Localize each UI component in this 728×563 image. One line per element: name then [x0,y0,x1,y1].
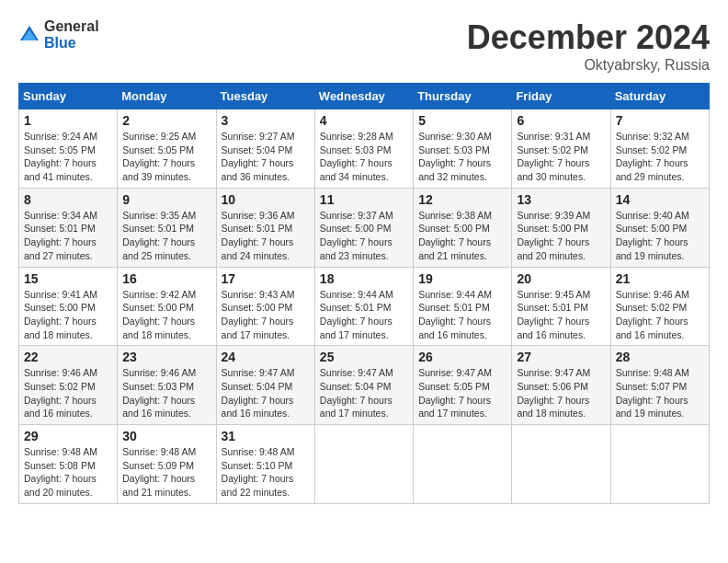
sunrise-label: Sunrise: 9:48 AM [222,446,295,457]
day-number: 8 [24,192,112,207]
day-info: Sunrise: 9:35 AM Sunset: 5:01 PM Dayligh… [122,209,210,263]
day-info: Sunrise: 9:47 AM Sunset: 5:06 PM Dayligh… [517,366,605,420]
calendar-cell: 20 Sunrise: 9:45 AM Sunset: 5:01 PM Dayl… [512,267,610,346]
sunset-label: Sunset: 5:04 PM [222,381,293,392]
calendar-cell: 2 Sunrise: 9:25 AM Sunset: 5:05 PM Dayli… [118,109,216,189]
day-number: 3 [222,113,310,128]
day-info: Sunrise: 9:34 AM Sunset: 5:01 PM Dayligh… [24,209,112,263]
sunset-label: Sunset: 5:10 PM [222,460,293,471]
daylight-label: Daylight: 7 hours [320,157,392,168]
day-info: Sunrise: 9:37 AM Sunset: 5:00 PM Dayligh… [320,209,408,263]
calendar-cell: 28 Sunrise: 9:48 AM Sunset: 5:07 PM Dayl… [610,346,709,425]
daylight-label: Daylight: 7 hours [418,316,491,327]
day-info: Sunrise: 9:25 AM Sunset: 5:05 PM Dayligh… [122,130,210,184]
daylight-minutes: and 27 minutes. [24,250,93,261]
day-info: Sunrise: 9:42 AM Sunset: 5:00 PM Dayligh… [122,288,210,342]
calendar-cell: 29 Sunrise: 9:48 AM Sunset: 5:08 PM Dayl… [19,425,118,504]
sunrise-label: Sunrise: 9:38 AM [418,210,492,221]
calendar-cell: 13 Sunrise: 9:39 AM Sunset: 5:00 PM Dayl… [512,188,610,267]
calendar-cell: 15 Sunrise: 9:41 AM Sunset: 5:00 PM Dayl… [19,267,118,346]
daylight-minutes: and 32 minutes. [418,171,487,182]
daylight-minutes: and 17 minutes. [320,329,389,340]
day-number: 21 [616,271,704,286]
sunrise-label: Sunrise: 9:47 AM [418,367,492,378]
daylight-minutes: and 18 minutes. [122,329,191,340]
daylight-label: Daylight: 7 hours [222,395,294,406]
calendar-cell [512,425,610,504]
calendar-cell [610,425,709,504]
day-info: Sunrise: 9:47 AM Sunset: 5:04 PM Dayligh… [222,366,310,420]
col-tuesday: Tuesday [216,84,314,109]
sunrise-label: Sunrise: 9:37 AM [320,210,393,221]
sunrise-label: Sunrise: 9:48 AM [616,367,689,378]
calendar-cell: 19 Sunrise: 9:44 AM Sunset: 5:01 PM Dayl… [414,267,512,346]
day-number: 23 [122,350,210,364]
daylight-label: Daylight: 7 hours [616,316,688,327]
col-sunday: Sunday [19,84,118,109]
day-info: Sunrise: 9:38 AM Sunset: 5:00 PM Dayligh… [418,209,506,263]
day-info: Sunrise: 9:46 AM Sunset: 5:02 PM Dayligh… [616,288,704,342]
daylight-minutes: and 21 minutes. [418,250,487,261]
col-monday: Monday [118,84,216,109]
day-number: 28 [616,350,704,364]
daylight-minutes: and 25 minutes. [122,250,191,261]
daylight-label: Daylight: 7 hours [122,157,195,168]
logo-text: General Blue [44,18,99,51]
calendar-cell: 10 Sunrise: 9:36 AM Sunset: 5:01 PM Dayl… [216,188,314,267]
day-info: Sunrise: 9:24 AM Sunset: 5:05 PM Dayligh… [24,130,112,184]
day-number: 12 [418,192,506,207]
day-number: 5 [418,113,506,128]
sunrise-label: Sunrise: 9:31 AM [517,131,590,142]
calendar-cell: 17 Sunrise: 9:43 AM Sunset: 5:00 PM Dayl… [216,267,314,346]
calendar-week-row: 15 Sunrise: 9:41 AM Sunset: 5:00 PM Dayl… [19,267,710,346]
daylight-label: Daylight: 7 hours [222,157,294,168]
daylight-minutes: and 20 minutes. [517,250,586,261]
sunset-label: Sunset: 5:00 PM [418,223,490,234]
daylight-label: Daylight: 7 hours [517,157,589,168]
sunrise-label: Sunrise: 9:46 AM [122,367,196,378]
daylight-label: Daylight: 7 hours [24,473,97,484]
daylight-label: Daylight: 7 hours [122,473,195,484]
logo-icon [18,24,40,46]
day-number: 25 [320,350,408,364]
calendar-week-row: 8 Sunrise: 9:34 AM Sunset: 5:01 PM Dayli… [19,188,710,267]
sunset-label: Sunset: 5:01 PM [222,223,293,234]
sunset-label: Sunset: 5:05 PM [122,144,194,155]
day-number: 2 [122,113,210,128]
daylight-minutes: and 21 minutes. [122,487,191,498]
sunrise-label: Sunrise: 9:40 AM [616,210,689,221]
calendar-header-row: Sunday Monday Tuesday Wednesday Thursday… [19,84,710,109]
month-title: December 2024 [467,18,710,57]
daylight-minutes: and 16 minutes. [122,408,191,419]
calendar-cell: 9 Sunrise: 9:35 AM Sunset: 5:01 PM Dayli… [118,188,216,267]
calendar-cell: 18 Sunrise: 9:44 AM Sunset: 5:01 PM Dayl… [314,267,413,346]
sunset-label: Sunset: 5:07 PM [616,381,688,392]
day-info: Sunrise: 9:44 AM Sunset: 5:01 PM Dayligh… [418,288,506,342]
logo-general: General [44,18,99,35]
daylight-minutes: and 18 minutes. [517,408,586,419]
daylight-minutes: and 39 minutes. [122,171,191,182]
calendar-cell: 7 Sunrise: 9:32 AM Sunset: 5:02 PM Dayli… [610,109,709,189]
calendar-cell: 16 Sunrise: 9:42 AM Sunset: 5:00 PM Dayl… [118,267,216,346]
daylight-minutes: and 19 minutes. [616,250,685,261]
day-info: Sunrise: 9:47 AM Sunset: 5:04 PM Dayligh… [320,366,408,420]
day-info: Sunrise: 9:46 AM Sunset: 5:02 PM Dayligh… [24,366,112,420]
day-info: Sunrise: 9:48 AM Sunset: 5:07 PM Dayligh… [616,366,704,420]
calendar-cell: 14 Sunrise: 9:40 AM Sunset: 5:00 PM Dayl… [610,188,709,267]
day-number: 10 [222,192,310,207]
col-friday: Friday [512,84,610,109]
sunset-label: Sunset: 5:00 PM [122,302,194,313]
calendar-cell: 31 Sunrise: 9:48 AM Sunset: 5:10 PM Dayl… [216,425,314,504]
day-info: Sunrise: 9:46 AM Sunset: 5:03 PM Dayligh… [122,366,210,420]
day-number: 30 [122,429,210,443]
calendar-cell: 25 Sunrise: 9:47 AM Sunset: 5:04 PM Dayl… [314,346,413,425]
day-number: 6 [517,113,605,128]
sunset-label: Sunset: 5:00 PM [616,223,688,234]
daylight-label: Daylight: 7 hours [122,395,195,406]
daylight-minutes: and 17 minutes. [418,408,487,419]
sunset-label: Sunset: 5:01 PM [418,302,490,313]
day-info: Sunrise: 9:41 AM Sunset: 5:00 PM Dayligh… [24,288,112,342]
daylight-label: Daylight: 7 hours [517,395,589,406]
calendar-cell: 27 Sunrise: 9:47 AM Sunset: 5:06 PM Dayl… [512,346,610,425]
daylight-minutes: and 30 minutes. [517,171,586,182]
